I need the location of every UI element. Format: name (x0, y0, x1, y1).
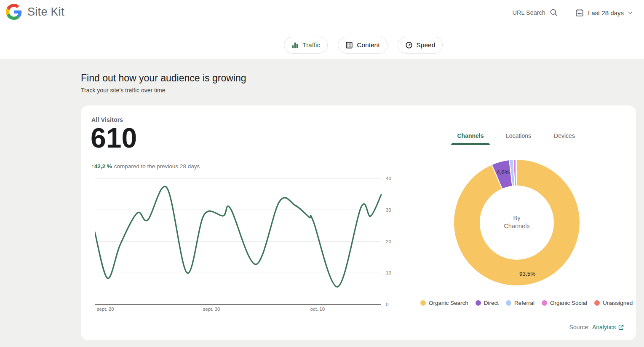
panel-tab-channels-label: Channels (457, 132, 484, 139)
url-search-label: URL Search (512, 9, 545, 16)
svg-text:93,5%: 93,5% (519, 271, 535, 277)
referral-dot-icon (506, 300, 511, 306)
legend-item-direct[interactable]: Direct (476, 300, 499, 306)
svg-text:0: 0 (386, 302, 388, 307)
url-search-button[interactable]: URL Search (512, 8, 558, 17)
visitors-line-chart[interactable]: 010203040sept. 20sept. 30oct. 10 (95, 176, 406, 316)
source-prefix: Source: (569, 324, 590, 331)
search-icon (550, 8, 558, 17)
source-row: Source: Analytics (569, 324, 624, 331)
list-alt-icon (345, 41, 353, 49)
direct-dot-icon (476, 300, 481, 306)
page-heading: Find out how your audience is growing Tr… (81, 73, 246, 94)
tab-traffic-label: Traffic (302, 41, 320, 49)
legend-label: Organic Social (550, 300, 587, 306)
calendar-icon (575, 8, 584, 17)
svg-text:sept. 30: sept. 30 (203, 307, 220, 312)
panel-tab-devices-label: Devices (554, 132, 575, 139)
change-percentage: ↑42,2 % (91, 163, 112, 169)
analytics-link-label: Analytics (592, 324, 616, 331)
organic-search-dot-icon (420, 300, 426, 306)
svg-text:20: 20 (386, 239, 391, 244)
legend-item-organic-search[interactable]: Organic Search (420, 300, 468, 306)
legend-label: Unassigned (603, 300, 633, 306)
tab-speed-label: Speed (417, 41, 436, 49)
svg-text:oct. 10: oct. 10 (310, 307, 325, 312)
donut-legend: Organic Search Direct Referral Organic S… (420, 300, 633, 306)
all-visitors-count: 610 (91, 124, 137, 152)
unassigned-dot-icon (594, 300, 600, 306)
channels-donut-chart[interactable]: 93,5%4,6% (452, 157, 582, 288)
svg-text:10: 10 (386, 270, 391, 275)
tab-content-label: Content (357, 41, 379, 49)
chevron-down-icon (628, 10, 633, 16)
header-controls: URL Search Last 28 days (512, 6, 633, 19)
page-subtitle: Track your site’s traffic over time (81, 87, 246, 94)
external-link-icon (618, 324, 624, 331)
svg-text:40: 40 (386, 176, 391, 181)
change-summary: ↑42,2 %compared to the previous 28 days (91, 163, 200, 169)
google-g-icon (6, 4, 22, 20)
svg-text:4,6%: 4,6% (497, 169, 510, 175)
panel-tab-channels[interactable]: Channels (443, 132, 498, 145)
page-title: Find out how your audience is growing (81, 73, 246, 84)
brand-name: Site Kit (27, 5, 64, 19)
site-kit-logo: Site Kit (6, 4, 64, 20)
header: Site Kit URL Search Last 28 days (0, 0, 644, 60)
tab-traffic[interactable]: Traffic (284, 37, 328, 54)
active-tab-underline (451, 143, 490, 145)
speedometer-icon (405, 41, 413, 49)
legend-label: Direct (484, 300, 499, 306)
tab-speed[interactable]: Speed (398, 37, 443, 54)
legend-label: Organic Search (429, 300, 468, 306)
legend-item-unassigned[interactable]: Unassigned (594, 300, 633, 306)
panel-tab-locations-label: Locations (506, 132, 531, 139)
legend-item-organic-social[interactable]: Organic Social (542, 300, 587, 306)
date-range-selector[interactable]: Last 28 days (575, 8, 633, 17)
tab-content[interactable]: Content (338, 37, 387, 54)
legend-item-referral[interactable]: Referral (506, 300, 534, 306)
analytics-source-link[interactable]: Analytics (592, 324, 624, 331)
legend-label: Referral (514, 300, 534, 306)
traffic-card: All Visitors 610 ↑42,2 %compared to the … (81, 105, 636, 340)
change-text: compared to the previous 28 days (114, 163, 200, 169)
date-range-label: Last 28 days (588, 9, 624, 16)
svg-text:30: 30 (386, 207, 391, 213)
svg-text:sept. 20: sept. 20 (97, 307, 114, 312)
context-tabs: Traffic Content Speed (284, 37, 443, 54)
panel-tab-devices[interactable]: Devices (537, 132, 592, 139)
bar-chart-icon (291, 42, 299, 49)
organic-social-dot-icon (542, 300, 547, 306)
